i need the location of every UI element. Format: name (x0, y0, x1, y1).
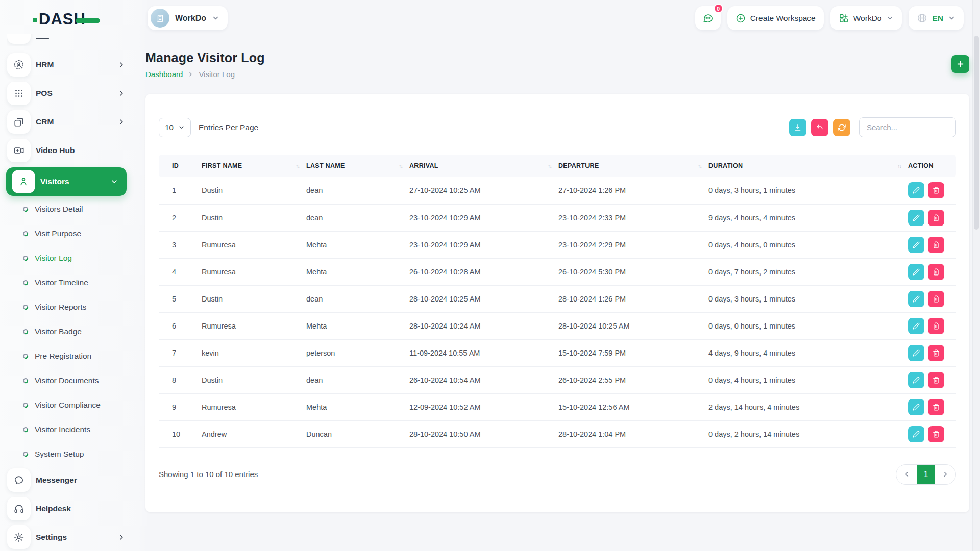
cell-last-name: Mehta (306, 393, 409, 420)
cell-departure: 23-10-2024 2:33 PM (558, 204, 708, 231)
pencil-icon (913, 431, 920, 438)
visitor-log-card: 10 Entries Per Page (145, 94, 969, 512)
chevron-right-icon (117, 61, 126, 69)
sidebar-item-pre-registration[interactable]: Pre Registration (0, 344, 134, 368)
delete-button[interactable] (928, 291, 944, 307)
cell-duration: 0 days, 3 hours, 1 minutes (708, 285, 908, 312)
showing-entries-text: Showing 1 to 10 of 10 entries (159, 470, 258, 479)
edit-button[interactable] (908, 399, 924, 415)
edit-button[interactable] (908, 372, 924, 388)
bullet-icon (22, 451, 29, 457)
sidebar-item-video-hub[interactable]: Video Hub (7, 139, 126, 162)
refresh-button[interactable] (833, 119, 850, 136)
sidebar-item-label: Visitor Badge (35, 327, 82, 336)
scrollbar-thumb[interactable] (974, 36, 979, 230)
sidebar-item-visitors[interactable]: Visitors (6, 167, 127, 196)
delete-button[interactable] (928, 182, 944, 198)
cell-arrival: 28-10-2024 10:50 AM (409, 420, 558, 447)
delete-button[interactable] (928, 399, 944, 415)
sidebar-item-visitor-badge[interactable]: Visitor Badge (0, 319, 134, 344)
delete-button[interactable] (928, 237, 944, 253)
cell-departure: 26-10-2024 2:55 PM (558, 366, 708, 393)
cell-last-name: peterson (306, 339, 409, 366)
search-input[interactable] (859, 117, 956, 137)
sidebar-item-visitor-incidents[interactable]: Visitor Incidents (0, 417, 134, 442)
pos-icon (7, 82, 31, 105)
table-row: 8Dustindean26-10-2024 10:54 AM26-10-2024… (159, 366, 956, 393)
cell-departure: 27-10-2024 1:26 PM (558, 177, 708, 204)
trash-icon (933, 241, 940, 248)
cell-departure: 28-10-2024 1:26 PM (558, 285, 708, 312)
sidebar-item-visitor-documents[interactable]: Visitor Documents (0, 368, 134, 393)
edit-button[interactable] (908, 182, 924, 198)
edit-button[interactable] (908, 291, 924, 307)
page-header: Manage Visitor Log Dashboard Visitor Log (145, 37, 969, 79)
sidebar-bottom-group: Messenger Helpdesk Settings (0, 468, 134, 549)
page-scrollbar[interactable] (972, 0, 980, 551)
column-header-last-name[interactable]: LAST NAME (306, 155, 409, 177)
add-visitor-log-button[interactable] (951, 55, 969, 73)
edit-button[interactable] (908, 426, 924, 442)
create-workspace-label: Create Workspace (750, 14, 816, 23)
edit-button[interactable] (908, 237, 924, 253)
edit-button[interactable] (908, 210, 924, 226)
edit-button[interactable] (908, 264, 924, 280)
hrm-icon (7, 53, 31, 77)
sidebar-item-crm[interactable]: CRM (7, 110, 126, 134)
sidebar-item-visit-purpose[interactable]: Visit Purpose (0, 221, 134, 246)
delete-button[interactable] (928, 426, 944, 442)
delete-button[interactable] (928, 210, 944, 226)
sidebar-item-system-setup[interactable]: System Setup (0, 442, 134, 466)
chevron-right-icon (942, 470, 949, 478)
cell-duration: 0 days, 7 hours, 2 minutes (708, 258, 908, 285)
messages-button[interactable]: 0 (695, 6, 721, 30)
sidebar-item-visitor-timeline[interactable]: Visitor Timeline (0, 270, 134, 295)
delete-button[interactable] (928, 264, 944, 280)
partial-icon (7, 34, 31, 44)
previous-page-button[interactable] (896, 464, 917, 485)
video-camera-icon (7, 139, 31, 162)
delete-button[interactable] (928, 345, 944, 361)
create-workspace-button[interactable]: Create Workspace (727, 6, 824, 30)
table-row: 2Dustindean23-10-2024 10:29 AM23-10-2024… (159, 204, 956, 231)
page-number[interactable]: 1 (917, 464, 935, 485)
sidebar-item-pos[interactable]: POS (7, 82, 126, 105)
grid-plus-icon (839, 13, 849, 23)
sidebar-item-scrolled-partial[interactable] (7, 34, 126, 46)
cell-id: 1 (159, 177, 202, 204)
pencil-icon (913, 187, 920, 194)
sidebar-item-label: Settings (36, 533, 67, 542)
sidebar-item-settings[interactable]: Settings (7, 525, 126, 549)
sidebar-item-hrm[interactable]: HRM (7, 53, 126, 77)
next-page-button[interactable] (935, 464, 955, 485)
sidebar-item-visitor-log[interactable]: Visitor Log (0, 246, 134, 270)
language-dropdown[interactable]: EN (909, 6, 964, 30)
delete-button[interactable] (928, 318, 944, 334)
column-header-duration[interactable]: DURATION (708, 155, 908, 177)
workspace-switcher[interactable]: WorkDo (148, 6, 228, 30)
sidebar-item-visitors-detail[interactable]: Visitors Detail (0, 197, 134, 221)
delete-button[interactable] (928, 372, 944, 388)
column-header-departure[interactable]: DEPARTURE (558, 155, 708, 177)
sidebar-item-label: Visitors (40, 177, 69, 186)
column-header-first-name[interactable]: FIRST NAME (202, 155, 306, 177)
column-header-arrival[interactable]: ARRIVAL (409, 155, 558, 177)
sidebar-item-visitor-compliance[interactable]: Visitor Compliance (0, 393, 134, 417)
edit-button[interactable] (908, 345, 924, 361)
sidebar-item-helpdesk[interactable]: Helpdesk (7, 497, 126, 520)
partial-label-fragment (36, 38, 49, 39)
sidebar-item-visitor-reports[interactable]: Visitor Reports (0, 295, 134, 319)
main-content: Manage Visitor Log Dashboard Visitor Log… (145, 37, 969, 551)
chevron-left-icon (903, 470, 911, 478)
sidebar-item-messenger[interactable]: Messenger (7, 468, 126, 492)
cell-arrival: 26-10-2024 10:54 AM (409, 366, 558, 393)
table-row: 3RumuresaMehta23-10-2024 10:29 AM23-10-2… (159, 231, 956, 258)
workspace-dropdown[interactable]: WorkDo (830, 6, 902, 30)
logo-dot (33, 18, 37, 22)
export-button[interactable] (789, 119, 806, 136)
edit-button[interactable] (908, 318, 924, 334)
entries-per-page-select[interactable]: 10 (159, 118, 191, 137)
undo-button[interactable] (811, 119, 828, 136)
breadcrumb-dashboard-link[interactable]: Dashboard (145, 70, 183, 79)
app-logo[interactable]: DASH (33, 10, 100, 29)
